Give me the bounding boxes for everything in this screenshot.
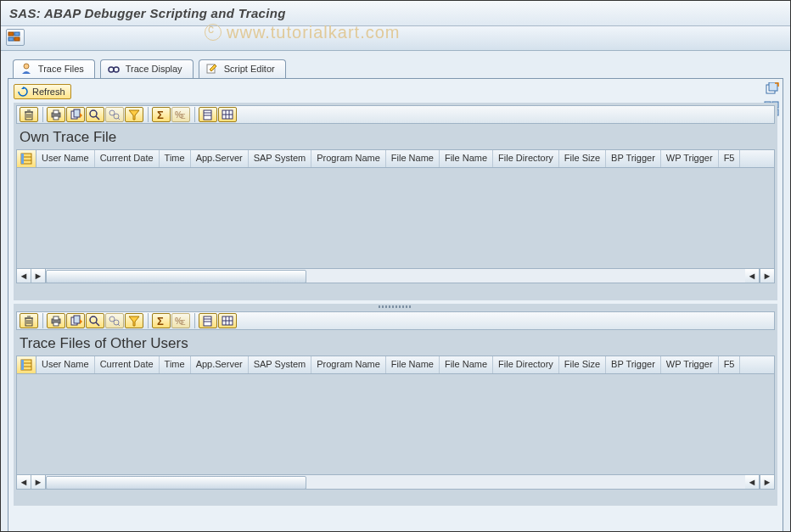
separator bbox=[42, 107, 43, 122]
filter-icon[interactable] bbox=[125, 313, 143, 328]
titlebar: SAS: ABAP Debugger Scripting and Tracing bbox=[1, 1, 790, 26]
find-next-icon bbox=[105, 313, 124, 328]
svg-line-57 bbox=[96, 322, 99, 326]
scroll-thumb[interactable] bbox=[46, 476, 306, 490]
column-header[interactable]: SAP System bbox=[249, 150, 312, 167]
svg-line-27 bbox=[96, 116, 99, 120]
separator bbox=[194, 313, 195, 328]
layout-icon[interactable] bbox=[199, 313, 217, 328]
svg-line-30 bbox=[118, 118, 120, 120]
refresh-label: Refresh bbox=[32, 87, 65, 97]
menu-button[interactable] bbox=[6, 29, 25, 46]
sum-icon[interactable]: Σ bbox=[152, 313, 171, 328]
column-header[interactable]: File Name bbox=[440, 150, 493, 167]
scroll-left2-icon[interactable]: ◄ bbox=[745, 475, 760, 489]
column-header[interactable]: App.Server bbox=[191, 356, 249, 373]
column-header[interactable]: Program Name bbox=[311, 150, 386, 167]
new-window-icon[interactable] bbox=[764, 82, 779, 98]
column-header[interactable]: Current Date bbox=[95, 150, 160, 167]
column-header[interactable]: Program Name bbox=[311, 356, 386, 373]
subtotal-icon: %Σ bbox=[171, 313, 190, 328]
find-next-icon bbox=[105, 107, 124, 122]
tab-label: Script Editor bbox=[224, 64, 275, 74]
svg-line-60 bbox=[118, 324, 120, 326]
column-header[interactable]: File Name bbox=[386, 150, 440, 167]
refresh-button[interactable]: Refresh bbox=[14, 84, 71, 99]
svg-point-5 bbox=[109, 67, 114, 72]
export-icon[interactable] bbox=[66, 107, 85, 122]
delete-icon[interactable] bbox=[20, 107, 38, 122]
column-header[interactable]: User Name bbox=[36, 356, 95, 373]
column-header[interactable]: Time bbox=[160, 356, 191, 373]
column-header[interactable]: File Directory bbox=[493, 356, 559, 373]
grid-body bbox=[16, 168, 775, 268]
delete-icon[interactable] bbox=[20, 313, 38, 328]
select-all-button[interactable] bbox=[17, 356, 36, 373]
column-header[interactable]: BP Trigger bbox=[606, 150, 661, 167]
tab-body: Refresh Σ%Σ Own Trace File User NameCurr… bbox=[8, 78, 783, 532]
svg-rect-3 bbox=[14, 37, 20, 41]
export-icon[interactable] bbox=[66, 313, 85, 328]
svg-text:Σ: Σ bbox=[181, 112, 186, 120]
column-header[interactable]: File Name bbox=[440, 356, 493, 373]
sum-icon[interactable]: Σ bbox=[152, 107, 171, 122]
print-icon[interactable] bbox=[47, 107, 65, 122]
column-header[interactable]: F5 bbox=[719, 356, 741, 373]
scroll-left2-icon[interactable]: ◄ bbox=[745, 269, 760, 283]
column-header[interactable]: BP Trigger bbox=[606, 356, 661, 373]
column-header[interactable]: File Directory bbox=[493, 150, 559, 167]
scroll-left-icon[interactable]: ◄ bbox=[17, 269, 31, 283]
filter-icon[interactable] bbox=[125, 107, 143, 122]
scroll-right-icon[interactable]: ► bbox=[31, 475, 46, 489]
tab-trace-files[interactable]: Trace Files bbox=[13, 59, 95, 78]
svg-rect-23 bbox=[53, 116, 59, 120]
select-all-button[interactable] bbox=[17, 150, 36, 167]
tabstrip: Trace Files Trace Display Script Editor bbox=[13, 59, 783, 79]
grid-icon[interactable] bbox=[218, 107, 237, 122]
column-header[interactable]: SAP System bbox=[249, 356, 312, 373]
scroll-right-icon[interactable]: ► bbox=[31, 269, 46, 283]
column-header[interactable]: F5 bbox=[719, 150, 741, 167]
title: SAS: ABAP Debugger Scripting and Tracing bbox=[9, 6, 286, 20]
column-header[interactable]: App.Server bbox=[191, 150, 249, 167]
subtotal-icon: %Σ bbox=[171, 107, 190, 122]
layout-icon[interactable] bbox=[199, 107, 217, 122]
panel-other-users-trace: Σ%Σ Trace Files of Other Users User Name… bbox=[14, 309, 777, 506]
scroll-thumb[interactable] bbox=[46, 270, 306, 283]
grid-icon[interactable] bbox=[218, 313, 237, 328]
h-scrollbar[interactable]: ◄ ► ◄ ► bbox=[16, 474, 775, 490]
grid-header: User NameCurrent DateTimeApp.ServerSAP S… bbox=[16, 356, 775, 374]
tab-trace-display[interactable]: Trace Display bbox=[100, 59, 194, 78]
svg-point-26 bbox=[90, 110, 97, 117]
svg-rect-1 bbox=[14, 32, 20, 36]
column-header[interactable]: WP Trigger bbox=[661, 356, 719, 373]
panel-title: Trace Files of Other Users bbox=[16, 330, 775, 356]
separator bbox=[194, 107, 195, 122]
find-icon[interactable] bbox=[86, 313, 104, 328]
scroll-track[interactable] bbox=[46, 475, 745, 489]
find-icon[interactable] bbox=[86, 107, 104, 122]
svg-rect-52 bbox=[53, 316, 59, 320]
scroll-right2-icon[interactable]: ► bbox=[760, 269, 774, 283]
column-header[interactable]: File Size bbox=[559, 356, 606, 373]
svg-rect-22 bbox=[53, 110, 59, 114]
column-header[interactable]: User Name bbox=[36, 150, 95, 167]
scroll-right2-icon[interactable]: ► bbox=[760, 475, 774, 489]
separator bbox=[42, 313, 43, 328]
svg-rect-0 bbox=[8, 32, 14, 36]
svg-rect-74 bbox=[21, 360, 24, 370]
column-header[interactable]: File Name bbox=[386, 356, 440, 373]
column-header[interactable]: File Size bbox=[559, 150, 606, 167]
h-scrollbar[interactable]: ◄ ► ◄ ► bbox=[16, 268, 775, 283]
refresh-bar: Refresh bbox=[14, 84, 777, 99]
alv-toolbar: Σ%Σ bbox=[16, 105, 775, 124]
svg-text:Σ: Σ bbox=[157, 315, 164, 327]
column-header[interactable]: Current Date bbox=[95, 356, 160, 373]
column-header[interactable]: WP Trigger bbox=[661, 150, 719, 167]
print-icon[interactable] bbox=[47, 313, 65, 328]
person-icon bbox=[20, 63, 32, 75]
scroll-left-icon[interactable]: ◄ bbox=[17, 475, 31, 489]
column-header[interactable]: Time bbox=[160, 150, 191, 167]
scroll-track[interactable] bbox=[46, 269, 745, 283]
tab-script-editor[interactable]: Script Editor bbox=[199, 59, 286, 78]
